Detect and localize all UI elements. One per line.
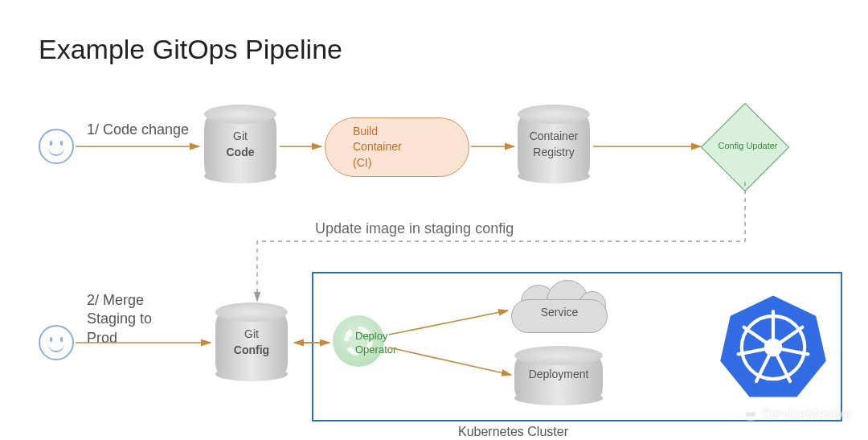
- user-icon: [39, 129, 74, 164]
- cyl-label: Git: [244, 327, 259, 340]
- cyl-label: Git: [233, 130, 248, 142]
- page-title: Example GitOps Pipeline: [39, 34, 342, 65]
- cyl-sublabel: Code: [227, 146, 255, 158]
- config-updater-diamond: Config Updater: [701, 103, 789, 191]
- build-container-label: Build Container (CI): [353, 124, 402, 171]
- watermark: ServiceMesher: [743, 406, 852, 422]
- user-icon: [39, 325, 74, 360]
- diamond-label: Config Updater: [704, 141, 792, 150]
- watermark-text: ServiceMesher: [761, 406, 852, 422]
- wechat-icon: [743, 407, 758, 421]
- cloud-label: Service: [511, 306, 608, 319]
- service-cloud: Service: [511, 285, 608, 333]
- update-caption: Update image in staging config: [315, 220, 514, 237]
- kubernetes-icon: [717, 291, 829, 404]
- step1-label: 1/ Code change: [87, 121, 189, 139]
- cluster-label: Kubernetes Cluster: [458, 425, 568, 439]
- git-config-cylinder: Git Config: [215, 312, 288, 376]
- container-registry-cylinder: Container Registry: [518, 114, 590, 179]
- deployment-cylinder: Deployment: [514, 356, 603, 401]
- step2-label: 2/ Merge Staging to Prod: [87, 291, 152, 347]
- build-container-box: Build Container (CI): [325, 117, 469, 177]
- cyl-label: Container Registry: [518, 129, 590, 160]
- deploy-operator-label: Deploy Operator: [355, 330, 396, 357]
- cyl-label: Deployment: [514, 367, 603, 383]
- cyl-sublabel: Config: [234, 343, 269, 356]
- git-code-cylinder: Git Code: [204, 114, 276, 179]
